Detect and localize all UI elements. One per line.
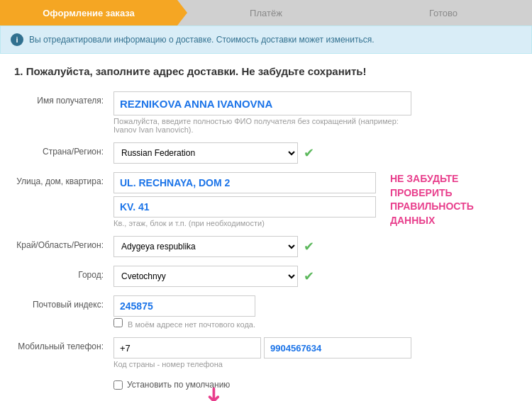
postal-checkbox[interactable] [113, 318, 123, 327]
region-row: Край/Область/Регион: Adygeya respublika … [14, 236, 518, 257]
country-field: Russian Federation ✔ [113, 142, 411, 164]
name-row: Имя получателя: Пожалуйста, введите полн… [14, 91, 518, 134]
city-field: Cvetochnyy ✔ [113, 266, 411, 287]
name-label: Имя получателя: [14, 91, 113, 106]
phone-hint: Код страны - номер телефона [113, 360, 411, 368]
phone-input-row [113, 337, 411, 358]
info-text: Вы отредактировали информацию о доставке… [29, 35, 374, 45]
progress-step-2: Платёж [177, 0, 355, 26]
street-input[interactable] [113, 172, 376, 193]
region-field: Adygeya respublika ✔ [113, 236, 411, 257]
phone-field: Код страны - номер телефона [113, 337, 411, 368]
form-container: Имя получателя: Пожалуйста, введите полн… [14, 91, 518, 401]
name-hint: Пожалуйста, введите полностью ФИО получа… [113, 117, 411, 134]
default-checkbox[interactable] [113, 380, 123, 390]
country-label: Страна/Регион: [14, 142, 113, 157]
phone-number-input[interactable] [264, 337, 411, 358]
region-check-icon: ✔ [304, 239, 314, 254]
info-banner: i Вы отредактировали информацию о достав… [0, 26, 532, 54]
country-select[interactable]: Russian Federation [113, 142, 298, 164]
postal-label: Почтовый индекс: [14, 295, 113, 310]
country-select-row: Russian Federation ✔ [113, 142, 411, 164]
street-row: Улица, дом, квартира: Кв., этаж, блок и … [14, 172, 518, 227]
city-select-row: Cvetochnyy ✔ [113, 266, 411, 287]
country-check-icon: ✔ [304, 145, 314, 161]
name-field: Пожалуйста, введите полностью ФИО получа… [113, 91, 411, 134]
postal-row: Почтовый индекс: В моём адресе нет почто… [14, 295, 518, 329]
progress-bar: Оформление заказа Платёж Готово [0, 0, 532, 26]
progress-step-1: Оформление заказа [0, 0, 177, 26]
phone-prefix-input[interactable] [113, 337, 261, 358]
city-row: Город: Cvetochnyy ✔ [14, 266, 518, 287]
city-select[interactable]: Cvetochnyy [113, 266, 298, 287]
postal-input[interactable] [113, 295, 255, 317]
apt-hint: Кв., этаж, блок и т.п. (при необходимост… [113, 219, 376, 227]
region-select[interactable]: Adygeya respublika [113, 236, 298, 257]
progress-step-3: Готово [355, 0, 532, 26]
default-checkbox-row: Установить по умолчанию [113, 380, 518, 390]
postal-field: В моём адресе нет почтового кода. [113, 295, 411, 329]
phone-row: Мобильный телефон: Код страны - номер те… [14, 337, 518, 368]
page-title: 1. Пожалуйста, заполните адрес доставки.… [14, 65, 518, 77]
info-icon: i [11, 33, 23, 46]
arrow-indicator: ➜ [202, 386, 227, 401]
name-input[interactable] [113, 91, 411, 115]
apt-input[interactable] [113, 196, 376, 218]
main-content: 1. Пожалуйста, заполните адрес доставки.… [0, 54, 532, 401]
postal-hint: В моём адресе нет почтового кода. [113, 318, 411, 329]
city-label: Город: [14, 266, 113, 280]
right-note: НЕ ЗАБУДЬТЕ ПРОВЕРИТЬ ПРАВИЛЬНОСТЬ ДАННЫ… [390, 172, 518, 227]
street-field: Кв., этаж, блок и т.п. (при необходимост… [113, 172, 376, 227]
phone-label: Мобильный телефон: [14, 337, 113, 351]
country-row: Страна/Регион: Russian Federation ✔ [14, 142, 518, 164]
city-check-icon: ✔ [304, 269, 314, 284]
region-select-row: Adygeya respublika ✔ [113, 236, 411, 257]
street-label: Улица, дом, квартира: [14, 172, 113, 186]
region-label: Край/Область/Регион: [14, 236, 113, 250]
